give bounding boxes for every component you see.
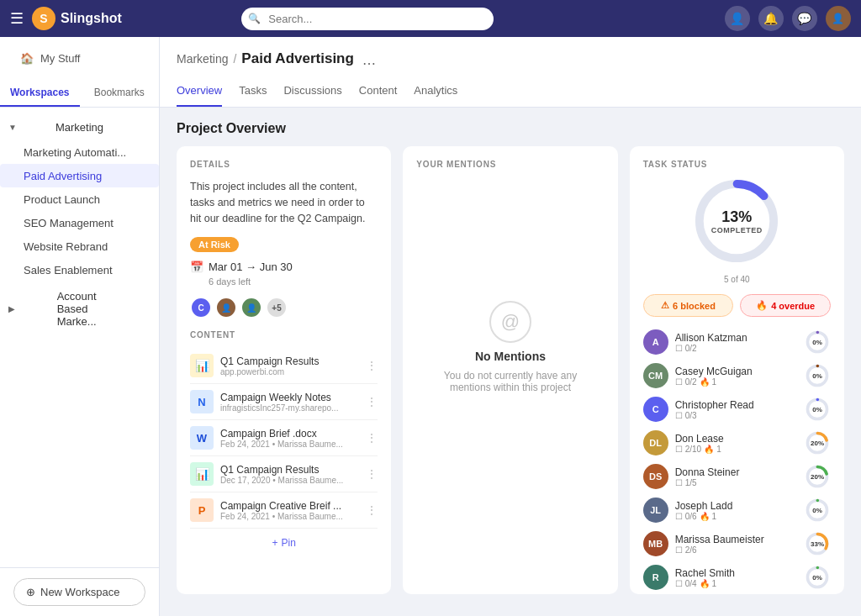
sidebar-item-paid-advertising[interactable]: Paid Advertising ⋮ <box>0 164 159 187</box>
sidebar-item-label: Sales Enablement <box>24 264 113 276</box>
content-item-info: Campaign Weekly Notes infragisticsInc257… <box>220 392 359 413</box>
section-marketing-header[interactable]: ▼ Marketing ⋯ <box>0 114 159 140</box>
mini-donut-label: 0% <box>812 406 822 413</box>
section-account-based-header[interactable]: ▶ Account Based Marke... ⋯ <box>0 285 159 333</box>
mini-donut-label: 33% <box>811 540 824 548</box>
content-item-sub: Feb 24, 2021 • Marissa Baume... <box>220 440 359 449</box>
mini-donut-label: 0% <box>812 574 822 582</box>
chevron-right-icon: ▶ <box>8 304 54 313</box>
team-row: JLJoseph Ladd☐0/6 🔥 1 0% <box>643 497 831 524</box>
mini-donut: 20% <box>804 429 831 456</box>
team-avatar: MB <box>643 531 668 556</box>
sidebar-item-product-launch[interactable]: Product Launch ⋮ <box>0 187 159 211</box>
team-list: AAllison Katzman☐0/2 0% CMCasey McGuigan… <box>643 329 831 591</box>
team-info: Marissa Baumeister☐2/6 <box>675 534 797 555</box>
content-item-4[interactable]: 📊 Q1 Campaign Results Dec 17, 2020 • Mar… <box>190 456 378 492</box>
item-more-icon[interactable]: ⋮ <box>366 467 378 481</box>
tab-bookmarks[interactable]: Bookmarks <box>80 80 160 107</box>
content-item-3[interactable]: W Campaign Brief .docx Feb 24, 2021 • Ma… <box>190 420 378 456</box>
content-body: Project Overview DETAILS This project in… <box>160 108 861 616</box>
sidebar-item-marketing-automati[interactable]: Marketing Automati... ⋮ <box>0 140 159 164</box>
tab-content[interactable]: Content <box>359 84 398 107</box>
mini-donut: 0% <box>804 362 831 389</box>
content-item-name: Q1 Campaign Results <box>220 464 359 476</box>
chat-icon[interactable]: 💬 <box>792 6 817 31</box>
breadcrumb-separator: / <box>233 52 236 66</box>
checkbox-icon: ☐ <box>675 445 683 454</box>
details-description: This project includes all the content, t… <box>190 179 378 226</box>
pin-icon: + <box>272 537 277 549</box>
blocked-count: 6 blocked <box>673 301 716 311</box>
team-avatar: DL <box>643 430 668 455</box>
team-row: MBMarissa Baumeister☐2/6 33% <box>643 530 831 557</box>
details-panel: DETAILS This project includes all the co… <box>177 146 391 594</box>
warning-icon: ⚠ <box>661 300 669 311</box>
file-icon-sheets: 📊 <box>190 462 214 486</box>
pin-label: Pin <box>282 537 296 549</box>
sidebar-item-seo-management[interactable]: SEO Management ⋮ <box>0 211 159 234</box>
team-info: Allison Katzman☐0/2 <box>675 332 797 353</box>
team-member-name: Donna Steiner <box>675 466 797 478</box>
user-avatar[interactable]: 👤 <box>826 6 851 31</box>
team-task-count: ☐1/5 <box>675 478 797 487</box>
team-member-name: Don Lease <box>675 433 797 445</box>
mentions-empty-title: No Mentions <box>475 350 546 363</box>
sidebar-item-label: Paid Advertising <box>24 170 102 182</box>
tab-analytics[interactable]: Analytics <box>414 84 457 107</box>
date-range: Mar 01 → Jun 30 <box>209 261 293 273</box>
item-more-icon[interactable]: ⋮ <box>366 503 378 517</box>
team-info: Rachel Smith☐0/4 🔥 1 <box>675 567 797 588</box>
item-more-icon[interactable]: ⋮ <box>366 431 378 445</box>
content-item-2[interactable]: N Campaign Weekly Notes infragisticsInc2… <box>190 384 378 420</box>
item-more-icon[interactable]: ⋮ <box>366 395 378 408</box>
breadcrumb: Marketing / Paid Advertising <box>177 50 354 67</box>
team-row: CMCasey McGuigan☐0/2 🔥 1 0% <box>643 362 831 389</box>
mini-donut: 0% <box>804 396 831 423</box>
breadcrumb-parent[interactable]: Marketing <box>177 52 228 66</box>
team-member-name: Marissa Baumeister <box>675 534 797 545</box>
new-workspace-button[interactable]: ⊕ New Workspace <box>13 578 145 606</box>
donut-percent: 13% <box>711 208 763 226</box>
sidebar-item-website-rebrand[interactable]: Website Rebrand ⋮ <box>0 234 159 258</box>
more-options-icon[interactable]: ⋯ <box>362 55 376 71</box>
profile-icon[interactable]: 👤 <box>725 6 750 31</box>
my-stuff-label: My Stuff <box>40 52 80 65</box>
app-logo: S Slingshot <box>32 7 122 30</box>
tab-overview[interactable]: Overview <box>177 84 222 107</box>
calendar-icon: 📅 <box>190 261 203 273</box>
tab-discussions[interactable]: Discussions <box>283 84 341 107</box>
blocked-badge[interactable]: ⚠ 6 blocked <box>643 294 734 317</box>
team-task-count: ☐0/4 🔥 1 <box>675 579 797 588</box>
team-task-count: ☐0/6 🔥 1 <box>675 512 797 521</box>
checkbox-icon: ☐ <box>675 512 683 521</box>
content-item-1[interactable]: 📊 Q1 Campaign Results app.powerbi.com ⋮ <box>190 348 378 384</box>
details-label: DETAILS <box>190 160 378 169</box>
overdue-badge[interactable]: 🔥 4 overdue <box>740 294 831 317</box>
sidebar-nav: ▼ Marketing ⋯ Marketing Automati... ⋮ Pa… <box>0 108 159 567</box>
mini-donut-label: 0% <box>812 372 822 380</box>
content-item-5[interactable]: P Campaign Creative Breif ... Feb 24, 20… <box>190 492 378 529</box>
content-item-sub: Feb 24, 2021 • Marissa Baume... <box>220 512 359 521</box>
team-avatar: JL <box>643 498 668 523</box>
my-stuff-link[interactable]: 🏠 My Stuff <box>13 47 145 70</box>
mentions-empty-sub: You do not currently have anymentions wi… <box>444 370 577 393</box>
mini-donut: 0% <box>804 497 831 524</box>
team-info: Casey McGuigan☐0/2 🔥 1 <box>675 366 797 387</box>
search-bar[interactable] <box>241 8 494 30</box>
tab-tasks[interactable]: Tasks <box>239 84 267 107</box>
content-item-name: Campaign Creative Breif ... <box>220 500 359 512</box>
team-avatar: A <box>643 329 668 355</box>
item-more-icon[interactable]: ⋮ <box>366 359 378 372</box>
checkbox-icon: ☐ <box>675 411 683 420</box>
file-icon-ppt: P <box>190 498 214 522</box>
sidebar-item-sales-enablement[interactable]: Sales Enablement ⋮ <box>0 258 159 282</box>
logo-icon: S <box>32 7 55 30</box>
tab-workspaces[interactable]: Workspaces <box>0 80 80 107</box>
pin-button[interactable]: + Pin <box>190 537 378 549</box>
search-input[interactable] <box>241 8 494 30</box>
notifications-icon[interactable]: 🔔 <box>758 6 784 31</box>
team-task-count: ☐2/6 <box>675 545 797 555</box>
section-marketing: ▼ Marketing ⋯ Marketing Automati... ⋮ Pa… <box>0 114 159 282</box>
checkbox-icon: ☐ <box>675 478 683 487</box>
hamburger-icon[interactable]: ☰ <box>10 9 24 28</box>
